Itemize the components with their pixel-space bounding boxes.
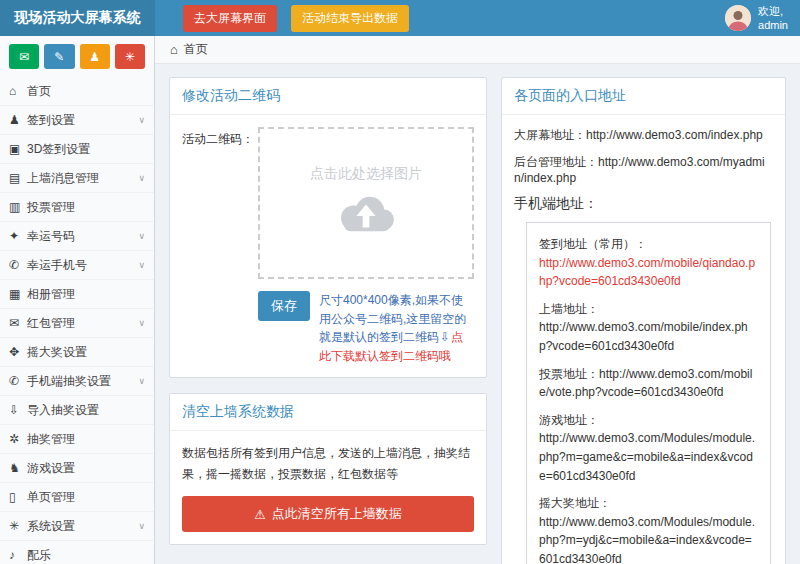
url-value: http://www.demo3.com/Modules/module.php?… [539, 513, 758, 564]
sidebar-item-system-settings[interactable]: ✳系统设置∨ [0, 512, 154, 541]
url-label: 游戏地址： [539, 413, 599, 427]
url-label: 签到地址（常用）： [539, 237, 647, 251]
comment-icon: ✉ [19, 50, 29, 64]
user-menu[interactable]: 欢迎, admin [725, 4, 800, 33]
url-entry-game: 游戏地址：http://www.demo3.com/Modules/module… [539, 411, 758, 485]
qrcode-panel-title: 修改活动二维码 [170, 78, 486, 115]
sidebar-item-label: 单页管理 [27, 489, 145, 506]
chevron-down-icon: ∨ [138, 173, 145, 183]
desktop-icon: ▣ [9, 142, 27, 156]
sidebar-item-label: 导入抽奖设置 [27, 402, 145, 419]
sidebar-item-vote-manage[interactable]: ▥投票管理 [0, 193, 154, 222]
qrcode-panel: 修改活动二维码 活动二维码： 点击此处选择图片 [169, 77, 487, 378]
sidebar-item-label: 投票管理 [27, 199, 145, 216]
phone-icon: ✆ [9, 258, 27, 272]
welcome-text: 欢迎, admin [758, 4, 788, 33]
sidebar-item-album-manage[interactable]: ▦相册管理 [0, 280, 154, 309]
sidebar-item-label: 游戏设置 [27, 460, 145, 477]
url-entry-wall: 上墙地址：http://www.demo3.com/mobile/index.p… [539, 300, 758, 356]
lottery-icon: ✲ [9, 432, 27, 446]
sidebar-item-single-page[interactable]: ▯单页管理 [0, 483, 154, 512]
sidebar-item-label: 首页 [27, 83, 145, 100]
users-quick-button[interactable]: ♟ [80, 44, 110, 69]
urls-panel-title: 各页面的入口地址 [502, 78, 785, 115]
comment-quick-button[interactable]: ✉ [9, 44, 39, 69]
warning-icon: ⚠ [254, 507, 266, 522]
username: admin [758, 19, 788, 31]
sidebar-quick-row: ✉✎♟✳ [0, 36, 154, 77]
import-icon: ⇩ [9, 403, 27, 417]
sidebar-item-lottery-manage[interactable]: ✲抽奖管理 [0, 425, 154, 454]
game-icon: ♞ [9, 461, 27, 475]
qrcode-note: 尺寸400*400像素,如果不使用公众号二维码,这里留空的就是默认的签到二维码⇩… [319, 291, 474, 365]
clear-panel-title: 清空上墙系统数据 [170, 394, 486, 431]
url-value: http://www.demo3.com/mobile/index.php?vc… [539, 318, 758, 355]
gears-icon: ✳ [125, 50, 135, 64]
urls-panel-body: 大屏幕地址：http://www.demo3.com/index.php 后台管… [502, 115, 785, 564]
pencil-quick-button[interactable]: ✎ [44, 44, 74, 69]
sidebar-item-lucky-phone[interactable]: ✆幸运手机号∨ [0, 251, 154, 280]
clear-data-panel: 清空上墙系统数据 数据包括所有签到用户信息，发送的上墙消息，抽奖结果，摇一摇数据… [169, 393, 487, 545]
sidebar-item-music[interactable]: ♪配乐 [0, 541, 154, 564]
sidebar-item-label: 幸运号码 [27, 228, 138, 245]
mobile-icon: ✆ [9, 374, 27, 388]
shake-icon: ✥ [9, 345, 27, 359]
url-entry-checkin: 签到地址（常用）：http://www.demo3.com/mobile/qia… [539, 235, 758, 291]
avatar [725, 5, 751, 31]
go-bigscreen-button[interactable]: 去大屏幕界面 [183, 5, 277, 32]
sidebar-item-home[interactable]: ⌂首页 [0, 77, 154, 106]
sidebar-item-game-settings[interactable]: ♞游戏设置 [0, 454, 154, 483]
app-header: 现场活动大屏幕系统 去大屏幕界面 活动结束导出数据 欢迎, admin [0, 0, 800, 36]
sidebar-item-label: 幸运手机号 [27, 257, 138, 274]
sidebar-item-label: 签到设置 [27, 112, 138, 129]
left-column: 修改活动二维码 活动二维码： 点击此处选择图片 [169, 77, 487, 560]
sidebar-item-lucky-number[interactable]: ✦幸运号码∨ [0, 222, 154, 251]
cloud-upload-icon [332, 191, 400, 242]
sidebar-item-label: 摇大奖设置 [27, 344, 145, 361]
qrcode-field-label: 活动二维码： [182, 127, 258, 279]
bigscreen-url-label: 大屏幕地址： [514, 128, 586, 142]
sidebar-item-checkin-settings[interactable]: ♟签到设置∨ [0, 106, 154, 135]
clear-panel-body: 数据包括所有签到用户信息，发送的上墙消息，抽奖结果，摇一摇数据，投票数据，红包数… [170, 431, 486, 544]
export-data-button[interactable]: 活动结束导出数据 [291, 5, 409, 32]
upload-placeholder-text: 点击此处选择图片 [310, 165, 422, 183]
url-label: 摇大奖地址： [539, 496, 611, 510]
url-value: http://www.demo3.com/Modules/module.php?… [539, 429, 758, 485]
chart-icon: ▥ [9, 200, 27, 214]
url-entry-shake: 摇大奖地址：http://www.demo3.com/Modules/modul… [539, 494, 758, 564]
brand-title[interactable]: 现场活动大屏幕系统 [0, 0, 155, 36]
sidebar-item-wall-message[interactable]: ▤上墙消息管理∨ [0, 164, 154, 193]
main-area: ⌂ 首页 修改活动二维码 活动二维码： 点击此处选择图片 [155, 36, 800, 564]
sidebar-item-import-lottery[interactable]: ⇩导入抽奖设置 [0, 396, 154, 425]
clear-data-button[interactable]: ⚠ 点此清空所有上墙数据 [182, 496, 474, 532]
sidebar-item-label: 上墙消息管理 [27, 170, 138, 187]
admin-url-label: 后台管理地址： [514, 155, 598, 169]
save-button[interactable]: 保存 [258, 291, 310, 321]
header-buttons: 去大屏幕界面 活动结束导出数据 [183, 5, 409, 32]
url-label: 投票地址： [539, 367, 599, 381]
qrcode-upload-dropzone[interactable]: 点击此处选择图片 [258, 127, 474, 279]
gears-icon: ✳ [9, 519, 27, 533]
entry-urls-panel: 各页面的入口地址 大屏幕地址：http://www.demo3.com/inde… [501, 77, 786, 564]
redpacket-icon: ✉ [9, 316, 27, 330]
sidebar-item-label: 抽奖管理 [27, 431, 145, 448]
clear-button-label: 点此清空所有上墙数据 [272, 505, 402, 523]
breadcrumb[interactable]: ⌂ 首页 [155, 36, 800, 64]
mobile-url-list: 签到地址（常用）：http://www.demo3.com/mobile/qia… [526, 222, 771, 564]
welcome-label: 欢迎, [758, 5, 783, 17]
admin-url-line: 后台管理地址：http://www.demo3.com/myadmin/inde… [514, 154, 773, 185]
sidebar-item-shake-prize[interactable]: ✥摇大奖设置 [0, 338, 154, 367]
chevron-down-icon: ∨ [138, 115, 145, 125]
sidebar-item-3d-checkin-settings[interactable]: ▣3D签到设置 [0, 135, 154, 164]
lucky-icon: ✦ [9, 229, 27, 243]
sidebar-item-mobile-lottery[interactable]: ✆手机端抽奖设置∨ [0, 367, 154, 396]
mobile-urls-heading: 手机端地址： [514, 195, 773, 213]
gears-quick-button[interactable]: ✳ [115, 44, 145, 69]
file-icon: ▯ [9, 490, 27, 504]
clear-description: 数据包括所有签到用户信息，发送的上墙消息，抽奖结果，摇一摇数据，投票数据，红包数… [182, 443, 474, 484]
sidebar-menu: ⌂首页♟签到设置∨▣3D签到设置▤上墙消息管理∨▥投票管理✦幸运号码∨✆幸运手机… [0, 77, 154, 564]
message-icon: ▤ [9, 171, 27, 185]
qrcode-panel-body: 活动二维码： 点击此处选择图片 [170, 115, 486, 377]
url-label: 上墙地址： [539, 302, 599, 316]
sidebar-item-redpacket-manage[interactable]: ✉红包管理∨ [0, 309, 154, 338]
